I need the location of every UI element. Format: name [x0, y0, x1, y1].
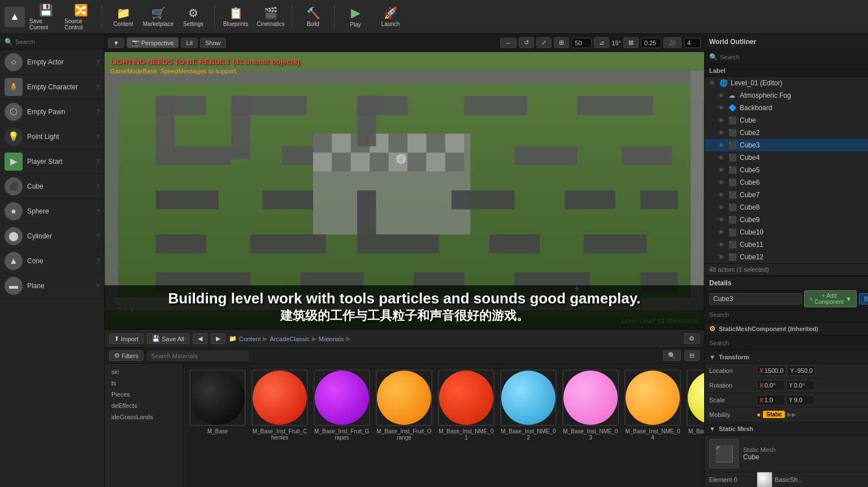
outliner-item-cube4[interactable]: 👁 ⬛ Cube4 — [705, 151, 868, 164]
blueprints-button[interactable]: 📋 Blueprints — [219, 2, 252, 32]
cinematics-button[interactable]: 🎬 Cinematics — [254, 2, 287, 32]
content-button[interactable]: 📁 Content — [107, 2, 140, 32]
left-panel-empty-pawn[interactable]: ⬡ Empty Pawn ? — [0, 99, 104, 124]
details-name-input[interactable] — [709, 293, 802, 305]
nav-back-button[interactable]: ◀ — [193, 333, 207, 344]
left-panel-point-light[interactable]: 💡 Point Light ? — [0, 124, 104, 149]
add-component-button[interactable]: + + Add Component ▼ — [804, 290, 857, 307]
scale-y-box[interactable]: Y 9.0 — [786, 395, 814, 405]
rotation-x-box[interactable]: X 0.0° — [757, 380, 785, 390]
sidebar-item-pieces[interactable]: Pieces — [105, 389, 183, 400]
scale2-icon-btn[interactable]: ⊠ — [623, 37, 639, 48]
left-panel-cube[interactable]: ⬛ Cube ? — [0, 174, 104, 199]
marketplace-button[interactable]: 🛒 Marketplace — [142, 2, 175, 32]
breadcrumb-content[interactable]: Content — [239, 336, 261, 342]
left-panel-empty-actor[interactable]: ○ Empty Actor ? — [0, 50, 104, 75]
settings-button[interactable]: ⚙ Settings — [177, 2, 210, 32]
outliner-item-cube6[interactable]: 👁 ⬛ Cube6 — [705, 176, 868, 189]
left-panel-search-input[interactable] — [15, 38, 99, 45]
outliner-item-cube10[interactable]: 👁 ⬛ Cube10 — [705, 226, 868, 238]
left-panel-plane[interactable]: ▬ Plane ? — [0, 273, 104, 298]
svg-rect-20 — [426, 153, 445, 171]
viewport-canvas[interactable]: LIGHTING NEEDS TO BE REBUILT (41 unbuilt… — [105, 52, 704, 329]
view-settings-btn[interactable]: ⊟ — [684, 350, 700, 361]
left-panel-cylinder[interactable]: ⬤ Cylinder ? — [0, 224, 104, 249]
details-search-input2[interactable] — [709, 340, 863, 346]
play-button[interactable]: ▶ Play — [339, 2, 372, 32]
snap-icon-btn[interactable]: ⊞ — [554, 37, 569, 48]
left-panel-empty-character[interactable]: 🧍 Empty Character ? — [0, 75, 104, 99]
source-control-button[interactable]: 🔀 Source Control — [64, 2, 97, 32]
sidebar-item-sic[interactable]: sic — [105, 366, 183, 377]
outliner-item-cube3[interactable]: 👁 ⬛ Cube3 — [705, 139, 868, 151]
outliner-item-cube8[interactable]: 👁 ⬛ Cube8 — [705, 201, 868, 214]
save-current-button[interactable]: 💾 Save Current — [29, 2, 62, 32]
details-search-input[interactable] — [709, 311, 863, 318]
left-panel-cone[interactable]: ▲ Cone ? — [0, 249, 104, 273]
cube-icon: ⬛ — [5, 177, 23, 195]
outliner-item-cube11[interactable]: 👁 ⬛ Cube11 — [705, 238, 868, 251]
content-item-m_base_inst_nme_01[interactable]: M_Base_Inst_NME_01 — [438, 369, 494, 441]
angle-icon-btn[interactable]: ⊿ — [594, 37, 609, 48]
outliner-item-atm-fog[interactable]: 👁 ☁ Atmospheric Fog — [705, 89, 868, 102]
transform-section-header[interactable]: ▼ Transform — [705, 350, 868, 364]
content-item-m_base[interactable]: M_Base — [189, 369, 246, 434]
scale-value-input[interactable] — [641, 38, 661, 48]
outliner-search-input[interactable] — [720, 54, 863, 60]
import-button[interactable]: ⬆ Import — [109, 333, 144, 344]
content-item-m_base_inst_fruit_grapes[interactable]: M_Base_Inst_Fruit_Grapes — [314, 369, 370, 441]
snap-value-input[interactable] — [571, 38, 592, 48]
outliner-item-cube[interactable]: 👁 ⬛ Cube — [705, 114, 868, 127]
rotate-icon-btn[interactable]: ↺ — [519, 37, 534, 48]
content-item-m_base_inst_nme_04[interactable]: M_Base_Inst_NME_04 — [624, 369, 681, 441]
left-panel-player-start[interactable]: ▶ Player Start ? — [0, 149, 104, 174]
search-icon-bottom[interactable]: 🔍 — [663, 350, 681, 361]
rotation-y-box[interactable]: Y 0.0° — [786, 380, 814, 390]
sidebar-item-ts[interactable]: ts — [105, 377, 183, 389]
camera-speed-input[interactable] — [684, 38, 701, 48]
location-x-box[interactable]: X 1500.0 — [757, 366, 786, 376]
blu-button[interactable]: Blu — [859, 293, 868, 305]
content-item-m_base_inst_fruit_cherries[interactable]: M_Base_Inst_Fruit_Cherries — [251, 369, 308, 441]
content-item-m_base_inst_nme_03[interactable]: M_Base_Inst_NME_03 — [562, 369, 619, 441]
breadcrumb-materials[interactable]: Materials — [319, 336, 344, 342]
content-item-m_base_inst_pellets[interactable]: M_Base_Inst_Pellets — [687, 369, 704, 434]
toolbar-sep-2 — [214, 6, 215, 28]
content-item-m_base_inst_fruit_orange[interactable]: M_Base_Inst_Fruit_Orange — [376, 369, 432, 441]
camera-speed-btn[interactable]: 🎥 — [663, 37, 682, 48]
details-name-row: + + Add Component ▼ Blu — [705, 291, 868, 308]
lit-btn[interactable]: Lit — [181, 38, 198, 48]
save-all-button[interactable]: 💾 Save All — [147, 333, 189, 344]
outliner-item-cube9[interactable]: 👁 ⬛ Cube9 — [705, 214, 868, 226]
staticmesh-inherited-header[interactable]: ⚙ StaticMeshComponent (Inherited) — [705, 323, 868, 336]
filters-button[interactable]: ⚙ Filters — [109, 350, 144, 361]
outliner-item-cube7[interactable]: 👁 ⬛ Cube7 — [705, 189, 868, 201]
sphere-sphere-blue — [501, 371, 555, 425]
outliner-item-backboard[interactable]: 👁 🔷 Backboard — [705, 102, 868, 114]
show-btn[interactable]: Show — [200, 38, 226, 48]
outliner-item-level01[interactable]: 👁 🌐 Level_01 (Editor) — [705, 77, 868, 89]
static-mesh-section-header[interactable]: ▼ Static Mesh — [705, 422, 868, 436]
transform-icon-btn[interactable]: ↔ — [500, 38, 517, 48]
location-y-box[interactable]: Y -950.0 — [787, 366, 815, 376]
sidebar-item-deeffects[interactable]: deEffects — [105, 400, 183, 411]
plane-icon: ▬ — [5, 277, 23, 295]
outliner-item-cube12[interactable]: 👁 ⬛ Cube12 — [705, 251, 868, 263]
viewport-dropdown-btn[interactable]: ▼ — [108, 38, 124, 48]
launch-button[interactable]: 🚀 Launch — [374, 2, 407, 32]
sidebar-item-idegrasslands[interactable]: ideGrassLands — [105, 411, 183, 423]
content-item-label: M_Base_Inst_Fruit_Orange — [376, 428, 432, 441]
build-button[interactable]: 🔨 Build — [297, 2, 329, 32]
mobility-badge[interactable]: Static — [763, 411, 785, 418]
content-search-input[interactable] — [147, 351, 249, 361]
breadcrumb-arcadeclassic[interactable]: ArcadeClassic — [270, 336, 309, 342]
perspective-btn[interactable]: 📷 Perspective — [127, 37, 179, 48]
left-panel-sphere[interactable]: ● Sphere ? — [0, 199, 104, 224]
settings-bottom-btn[interactable]: ⚙ — [684, 333, 700, 344]
content-item-m_base_inst_nme_02[interactable]: M_Base_Inst_NME_02 — [500, 369, 557, 441]
outliner-item-cube5[interactable]: 👁 ⬛ Cube5 — [705, 164, 868, 176]
scale-icon-btn[interactable]: ⤢ — [536, 37, 552, 48]
nav-forward-button[interactable]: ▶ — [211, 333, 225, 344]
outliner-item-cube2[interactable]: 👁 ⬛ Cube2 — [705, 127, 868, 139]
scale-x-box[interactable]: X 1.0 — [757, 395, 785, 405]
